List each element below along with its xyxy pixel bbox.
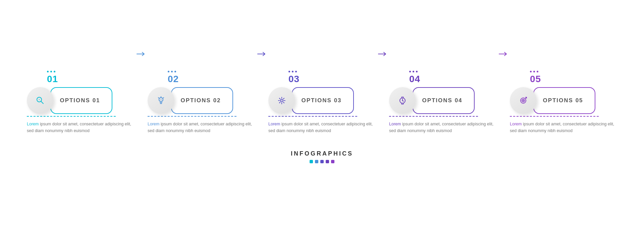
svg-point-9	[281, 100, 282, 101]
step-box-row-step5: OPTIONS 05	[510, 87, 595, 114]
dotted-line-step1	[27, 116, 116, 117]
svg-point-7	[160, 99, 162, 101]
top-dots-step3	[288, 71, 297, 72]
step-unit-step5: 05 OPTIONS 05Lorem ipsum dolor sit amet,…	[510, 71, 617, 134]
dotted-line-step2	[148, 116, 236, 117]
step-box-row-step3: OPTIONS 03	[268, 87, 354, 114]
options-box-step1: OPTIONS 01	[50, 87, 112, 114]
step-number-step5: 05	[530, 74, 541, 84]
description-step2: Lorem ipsum dolor sit amet, consectetuer…	[148, 121, 255, 134]
step-number-step4: 04	[409, 74, 420, 84]
step-unit-step4: 04 OPTIONS 04Lorem ipsum dolor sit amet,…	[389, 71, 496, 134]
step-number-step2: 02	[168, 74, 179, 84]
description-step3: Lorem ipsum dolor sit amet, consectetuer…	[268, 121, 376, 134]
top-dots-step2	[168, 71, 176, 72]
svg-rect-12	[401, 103, 404, 104]
icon-circle-step3	[268, 87, 295, 114]
arrow-2	[377, 51, 388, 59]
svg-line-6	[163, 98, 164, 98]
icon-circle-step5	[510, 87, 537, 114]
footer-dot-4	[331, 160, 334, 163]
arrow-1	[256, 51, 267, 59]
step-box-row-step2: OPTIONS 02	[148, 87, 233, 114]
top-dots-step4	[409, 71, 418, 72]
svg-point-2	[39, 99, 40, 100]
arrow-3	[498, 51, 508, 59]
svg-point-13	[402, 100, 403, 101]
svg-line-1	[41, 102, 44, 104]
options-label-step3: OPTIONS 03	[301, 97, 341, 104]
options-box-step2: OPTIONS 02	[171, 87, 233, 114]
options-box-step3: OPTIONS 03	[292, 87, 354, 114]
step-box-row-step1: OPTIONS 01	[27, 87, 112, 114]
step-unit-step2: 02 OPTIONS 02Lorem ipsum dolor sit amet,…	[148, 71, 255, 134]
icon-circle-step4	[389, 87, 416, 114]
icon-circle-step1	[27, 87, 54, 114]
step-number-step3: 03	[288, 74, 300, 84]
options-label-step1: OPTIONS 01	[60, 97, 100, 104]
steps-row: 01 OPTIONS 01Lorem ipsum dolor sit amet,…	[27, 71, 617, 134]
footer-title: INFOGRAPHICS	[291, 150, 353, 157]
step-unit-step1: 01 OPTIONS 01Lorem ipsum dolor sit amet,…	[27, 71, 134, 134]
arrow-0	[136, 51, 146, 59]
description-step1: Lorem ipsum dolor sit amet, consectetuer…	[27, 121, 134, 134]
options-box-step5: OPTIONS 05	[533, 87, 595, 114]
infographic-wrapper: 01 OPTIONS 01Lorem ipsum dolor sit amet,…	[0, 71, 644, 163]
description-step5: Lorem ipsum dolor sit amet, consectetuer…	[510, 121, 617, 134]
top-dots-step1	[47, 71, 55, 72]
dotted-line-step4	[389, 116, 478, 117]
footer-dot-3	[326, 160, 329, 163]
top-dots-step5	[530, 71, 538, 72]
dotted-line-step5	[510, 116, 599, 117]
options-box-step4: OPTIONS 04	[413, 87, 475, 114]
svg-line-5	[158, 98, 159, 98]
footer-dot-1	[315, 160, 318, 163]
options-label-step4: OPTIONS 04	[422, 97, 462, 104]
svg-point-16	[523, 100, 524, 101]
footer-dots	[310, 160, 334, 163]
footer-section: INFOGRAPHICS	[291, 150, 353, 163]
footer-dot-0	[310, 160, 313, 163]
step-box-row-step4: OPTIONS 04	[389, 87, 475, 114]
dotted-line-step3	[268, 116, 357, 117]
step-unit-step3: 03 OPTIONS 03Lorem ipsum dolor sit amet,…	[268, 71, 376, 134]
options-label-step2: OPTIONS 02	[180, 97, 221, 104]
icon-circle-step2	[148, 87, 174, 114]
options-label-step5: OPTIONS 05	[543, 97, 583, 104]
step-number-step1: 01	[47, 74, 58, 84]
description-step4: Lorem ipsum dolor sit amet, consectetuer…	[389, 121, 496, 134]
footer-dot-2	[320, 160, 324, 163]
svg-rect-11	[401, 97, 404, 98]
